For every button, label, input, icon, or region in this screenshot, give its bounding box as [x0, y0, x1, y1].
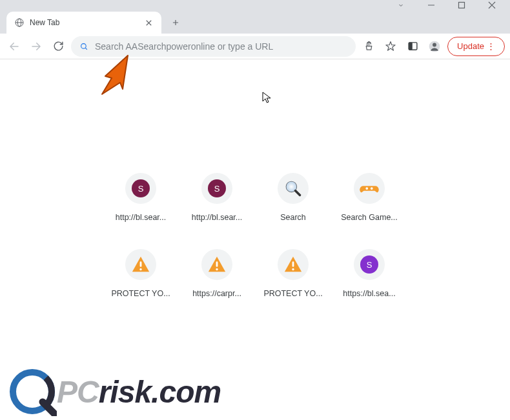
shortcut-tile[interactable]: Shttps://bl.sea... — [331, 245, 407, 321]
shortcut-tile[interactable]: Search — [255, 169, 331, 245]
shortcut-icon — [278, 173, 309, 204]
svg-rect-18 — [216, 261, 218, 266]
shortcuts-grid: Shttp://bl.sear...Shttp://bl.sear...Sear… — [103, 169, 407, 321]
watermark-text-dark: risk.com — [99, 375, 221, 409]
menu-dots-icon: ⋮ — [487, 41, 495, 51]
shortcut-icon — [354, 173, 385, 204]
share-button[interactable] — [360, 37, 378, 55]
svg-rect-20 — [292, 261, 294, 266]
new-tab-button[interactable] — [167, 14, 185, 32]
shortcut-label: http://bl.sear... — [116, 213, 167, 222]
shortcut-tile[interactable]: Search Game... — [331, 169, 407, 245]
back-button[interactable] — [5, 37, 23, 55]
search-icon — [80, 42, 88, 50]
shortcut-icon — [278, 249, 309, 280]
shortcut-icon — [125, 249, 156, 280]
window-dropdown-button[interactable] — [388, 0, 414, 10]
svg-point-15 — [371, 187, 373, 190]
shortcut-icon — [201, 249, 232, 280]
shortcut-tile[interactable]: PROTECT YO... — [255, 245, 331, 321]
shortcut-icon: S — [201, 173, 232, 204]
shortcut-label: PROTECT YO... — [263, 289, 322, 298]
svg-rect-1 — [459, 3, 465, 8]
svg-point-5 — [81, 44, 87, 49]
window-close-button[interactable] — [479, 0, 505, 10]
profile-button[interactable] — [425, 37, 444, 55]
watermark-text-gray: PC — [57, 375, 99, 409]
forward-button[interactable] — [27, 37, 45, 55]
svg-point-21 — [292, 268, 294, 270]
shortcut-icon: S — [354, 249, 385, 280]
shortcut-label: Search — [280, 213, 306, 222]
shortcut-tile[interactable]: https://carpr... — [179, 245, 255, 321]
shortcut-label: https://bl.sea... — [343, 289, 395, 298]
address-bar[interactable]: Search AASearchpoweronline or type a URL — [71, 36, 356, 57]
address-bar-placeholder: Search AASearchpoweronline or type a URL — [95, 41, 347, 52]
window-minimize-button[interactable] — [418, 0, 444, 10]
update-button[interactable]: Update ⋮ — [447, 37, 505, 56]
watermark: PCrisk.com — [8, 367, 221, 416]
reload-button[interactable] — [49, 37, 67, 55]
side-panel-button[interactable] — [403, 37, 422, 55]
shortcut-tile[interactable]: Shttp://bl.sear... — [103, 169, 179, 245]
window-titlebar — [0, 0, 510, 10]
svg-point-14 — [365, 187, 368, 190]
tab-strip: New Tab — [0, 10, 510, 34]
svg-point-10 — [433, 43, 436, 46]
svg-rect-8 — [409, 43, 413, 50]
svg-rect-16 — [140, 261, 142, 266]
shortcut-tile[interactable]: Shttp://bl.sear... — [179, 169, 255, 245]
update-button-label: Update — [457, 41, 484, 51]
browser-toolbar: Search AASearchpoweronline or type a URL… — [0, 34, 510, 59]
svg-line-24 — [43, 402, 54, 414]
shortcut-label: https://carpr... — [192, 289, 241, 298]
shortcut-label: Search Game... — [341, 213, 398, 222]
tab-close-button[interactable] — [143, 17, 154, 28]
window-maximize-button[interactable] — [449, 0, 474, 10]
bookmark-button[interactable] — [382, 37, 400, 55]
svg-line-6 — [85, 48, 87, 50]
svg-point-19 — [216, 268, 218, 270]
new-tab-content: Shttp://bl.sear...Shttp://bl.sear...Sear… — [0, 59, 510, 321]
tab-title: New Tab — [30, 18, 138, 27]
svg-point-17 — [139, 268, 141, 270]
svg-line-13 — [296, 191, 300, 195]
shortcut-icon: S — [125, 173, 156, 204]
shortcut-tile[interactable]: PROTECT YO... — [103, 245, 179, 321]
browser-tab[interactable]: New Tab — [6, 12, 161, 34]
shortcut-label: http://bl.sear... — [192, 213, 243, 222]
shortcut-label: PROTECT YO... — [111, 289, 170, 298]
globe-icon — [14, 17, 25, 28]
watermark-logo-icon — [8, 367, 57, 416]
